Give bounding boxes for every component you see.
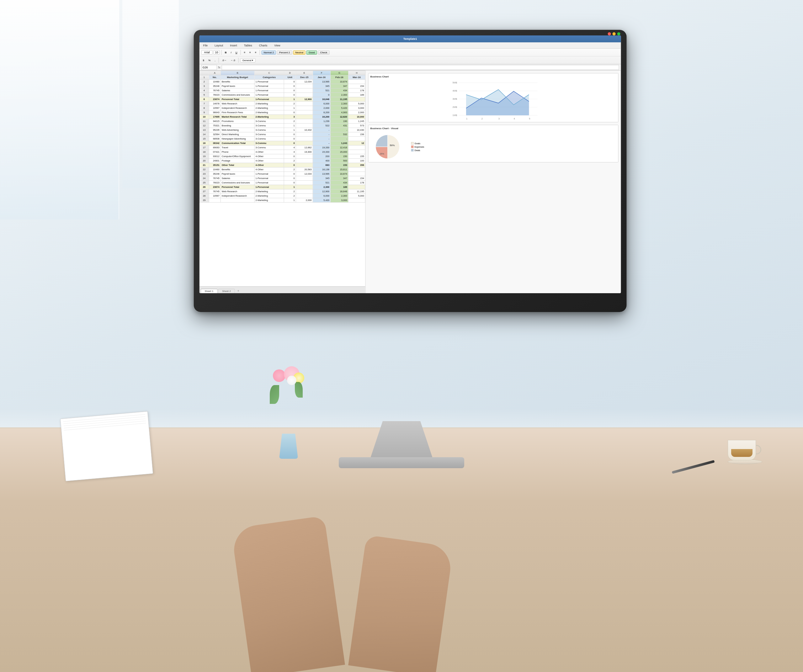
table-cell[interactable]	[296, 181, 313, 185]
table-cell[interactable]: 2,300	[331, 194, 348, 198]
align-left-btn[interactable]: ≡	[242, 50, 247, 55]
table-cell[interactable]	[296, 123, 313, 128]
table-cell[interactable]: 2-Marketing	[254, 189, 284, 194]
table-cell[interactable]: 3	[284, 115, 296, 119]
general-format-btn[interactable]: General ▾	[240, 58, 256, 62]
table-row[interactable]: 2776745Web Research2-Marketing212,90016,…	[200, 189, 365, 194]
table-cell[interactable]: 3-Commu	[254, 137, 284, 141]
table-cell[interactable]: 200	[313, 154, 331, 159]
table-cell[interactable]: Computer/Office Equipment	[221, 154, 254, 159]
table-cell[interactable]: 8,200	[313, 110, 331, 115]
table-cell[interactable]: 2-Marketing	[254, 102, 284, 106]
table-cell[interactable]: Web Research	[221, 189, 254, 194]
table-cell[interactable]: -	[313, 132, 331, 137]
table-cell[interactable]: 8	[200, 106, 209, 110]
table-cell[interactable]: 1-Personnal	[254, 93, 284, 97]
table-cell[interactable]: 18	[200, 150, 209, 154]
table-cell[interactable]: 96643	[209, 110, 221, 115]
spreadsheet-scroll-area[interactable]: A B C D E F G H	[200, 71, 366, 286]
style-percent2-btn[interactable]: Percent 2	[277, 50, 292, 55]
table-cell[interactable]: 0	[284, 154, 296, 159]
sheet-tab-1[interactable]: Sheet 1	[201, 289, 218, 293]
table-cell[interactable]: 0	[284, 110, 296, 115]
table-cell[interactable]: -	[313, 128, 331, 132]
table-cell[interactable]: 10,000	[348, 115, 365, 119]
table-cell[interactable]	[348, 97, 365, 102]
table-cell[interactable]: Independent Reasearch	[221, 106, 254, 110]
table-cell[interactable]: 4	[200, 88, 209, 93]
table-cell[interactable]: 75321	[209, 123, 221, 128]
table-cell[interactable]: 13	[200, 128, 209, 132]
table-cell[interactable]: Communication Total	[221, 141, 254, 146]
underline-btn[interactable]: U	[234, 50, 239, 55]
table-cell[interactable]: 0	[313, 93, 331, 97]
table-cell[interactable]: 4-Other	[254, 154, 284, 159]
table-cell[interactable]: 13,565	[313, 172, 331, 176]
table-cell[interactable]: 12,034	[296, 80, 313, 84]
table-cell[interactable]: 2-Marketing	[254, 194, 284, 198]
table-cell[interactable]: 2	[284, 194, 296, 198]
table-cell[interactable]: 189	[348, 93, 365, 97]
table-cell[interactable]: 1-Personnal	[254, 80, 284, 84]
table-cell[interactable]: Other Total	[221, 163, 254, 167]
table-cell[interactable]: 3-Commu	[254, 119, 284, 123]
table-row[interactable]: 2476745Salaries1-Personnal0345347154	[200, 176, 365, 181]
table-cell[interactable]: 1	[284, 185, 296, 189]
table-cell[interactable]: Phone	[221, 150, 254, 154]
table-cell[interactable]: 0	[284, 181, 296, 185]
table-cell[interactable]	[296, 141, 313, 146]
table-cell[interactable]: 5	[200, 93, 209, 97]
table-cell[interactable]: 345	[313, 176, 331, 181]
table-cell[interactable]: 1	[284, 97, 296, 102]
table-row[interactable]: 714678Web Research2-Marketing26,0002,300…	[200, 102, 365, 106]
table-cell[interactable]: 1-Personnal	[254, 176, 284, 181]
formula-input[interactable]	[222, 65, 619, 70]
table-cell[interactable]	[296, 88, 313, 93]
table-cell[interactable]: 27	[200, 189, 209, 194]
menu-insert[interactable]: Insert	[229, 43, 238, 48]
table-cell[interactable]: 23674	[209, 97, 221, 102]
table-cell[interactable]: 5,000	[348, 194, 365, 198]
table-cell[interactable]	[296, 159, 313, 163]
table-cell[interactable]: 12,034	[296, 172, 313, 176]
table-row[interactable]: 2623674Personnel Total1-Personnal12,3001…	[200, 185, 365, 189]
table-cell[interactable]: 521	[313, 181, 331, 185]
table-row[interactable]: 810567Independent Reasearch2-Marketing12…	[200, 106, 365, 110]
table-cell[interactable]: 22	[200, 167, 209, 172]
table-cell[interactable]: 190	[331, 119, 348, 123]
table-cell[interactable]: 4-Other	[254, 167, 284, 172]
table-cell[interactable]: 0	[284, 163, 296, 167]
table-cell[interactable]	[348, 80, 365, 84]
table-cell[interactable]	[296, 176, 313, 181]
table-cell[interactable]: 10460	[209, 167, 221, 172]
table-cell[interactable]: 32564	[209, 132, 221, 137]
style-neutral-btn[interactable]: Neutral	[293, 50, 306, 55]
table-cell[interactable]	[296, 119, 313, 123]
table-cell[interactable]: 07421	[209, 150, 221, 154]
table-cell[interactable]: 154	[348, 176, 365, 181]
table-row[interactable]: 2335246Payroll taxes1-Personnal012,03413…	[200, 172, 365, 176]
table-cell[interactable]: 11,195	[348, 189, 365, 194]
table-cell[interactable]: 2-Marketing	[254, 198, 284, 203]
table-cell[interactable]	[348, 146, 365, 150]
table-cell[interactable]: 400	[313, 159, 331, 163]
table-cell[interactable]: 1-Personnal	[254, 97, 284, 102]
table-cell[interactable]	[296, 110, 313, 115]
table-cell[interactable]: 23674	[209, 185, 221, 189]
table-cell[interactable]: 1,243	[331, 141, 348, 146]
table-cell[interactable]: 2-Marketing	[254, 106, 284, 110]
decrease-decimal-btn[interactable]: ←.0	[229, 58, 237, 62]
table-cell[interactable]: -	[313, 137, 331, 141]
table-cell[interactable]: -	[313, 141, 331, 146]
table-cell[interactable]: 10,674	[331, 172, 348, 176]
table-cell[interactable]	[348, 150, 365, 154]
table-cell[interactable]: 2	[284, 102, 296, 106]
table-cell[interactable]: 15	[200, 137, 209, 141]
align-right-btn[interactable]: ≡	[254, 50, 258, 55]
table-cell[interactable]: 16,136	[313, 167, 331, 172]
table-cell[interactable]: 0	[284, 93, 296, 97]
table-cell[interactable]: 5,420	[313, 198, 331, 203]
table-cell[interactable]: 2,000	[313, 106, 331, 110]
table-cell[interactable]: 35246	[209, 84, 221, 88]
table-cell[interactable]: 19,300	[296, 150, 313, 154]
